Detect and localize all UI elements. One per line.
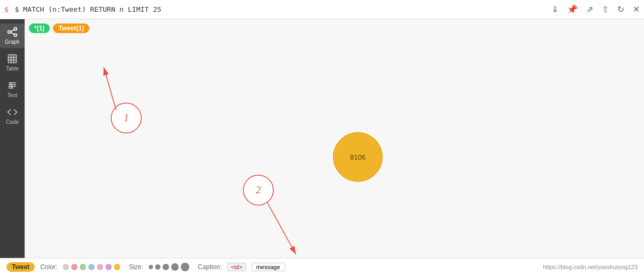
svg-line-3 (11, 30, 14, 32)
svg-line-4 (11, 33, 14, 34)
svg-point-1 (14, 28, 17, 30)
color-dot-3[interactable] (80, 264, 86, 270)
color-label: Color: (40, 263, 57, 271)
svg-line-17 (104, 67, 116, 110)
graph-icon (7, 27, 18, 37)
main-layout: Graph Table A Text Code (0, 19, 644, 258)
close-icon[interactable]: ✕ (633, 4, 640, 14)
graph-label: Graph (5, 39, 20, 45)
color-dot-1[interactable] (63, 264, 69, 270)
table-label: Table (6, 66, 19, 72)
download-icon[interactable]: ⇓ (551, 4, 558, 14)
size-dot-1[interactable] (149, 265, 153, 269)
svg-text:8106: 8106 (350, 153, 366, 161)
color-dot-2[interactable] (71, 264, 78, 270)
color-dot-4[interactable] (88, 264, 95, 270)
refresh-icon[interactable]: ↻ (617, 4, 624, 14)
sidebar-item-code[interactable]: Code (0, 104, 25, 128)
svg-rect-5 (9, 55, 17, 63)
svg-point-2 (14, 34, 17, 36)
pin-icon[interactable]: 📌 (567, 4, 578, 14)
sidebar-item-text[interactable]: A Text (0, 77, 25, 101)
size-label: Size: (129, 263, 143, 271)
size-dot-3[interactable] (163, 264, 169, 270)
graph-area[interactable]: *(1) Tweet(1) 1 2 8106 (25, 19, 644, 258)
caption-selected[interactable]: <id> (227, 263, 246, 271)
size-dot-4[interactable] (171, 263, 179, 271)
size-dots (149, 263, 189, 271)
size-dot-2[interactable] (155, 264, 160, 270)
url-text: https://blog.csdn.net/yueshutong123 (543, 264, 638, 270)
caption-label: Caption: (198, 263, 222, 271)
text-icon: A (7, 80, 18, 91)
graph-canvas: 1 2 8106 (25, 19, 644, 258)
color-dot-5[interactable] (97, 264, 103, 270)
sidebar-item-table[interactable]: Table (0, 50, 25, 75)
sidebar-item-graph[interactable]: Graph (0, 23, 25, 48)
query-body: $ MATCH (n:Tweet) RETURN n LIMIT 25 (15, 5, 162, 13)
svg-point-0 (8, 31, 11, 34)
caption-option[interactable]: message (251, 263, 285, 271)
table-icon (7, 53, 18, 64)
tweet-badge: Tweet (6, 262, 35, 272)
svg-text:2: 2 (256, 185, 261, 195)
svg-text:A: A (9, 82, 13, 89)
size-dot-5[interactable] (181, 263, 189, 271)
expand-icon[interactable]: ⇗ (586, 4, 593, 14)
up-arrow-icon[interactable]: ⇧ (602, 4, 609, 14)
code-label: Code (6, 119, 19, 125)
color-dot-6[interactable] (105, 264, 112, 270)
svg-text:1: 1 (124, 113, 129, 123)
svg-line-20 (267, 202, 296, 254)
color-dot-7[interactable] (114, 264, 120, 270)
code-icon (7, 107, 18, 117)
text-label: Text (7, 92, 17, 98)
dollar-sign: $ (4, 5, 9, 13)
color-dots (63, 264, 120, 270)
top-bar: $ $ MATCH (n:Tweet) RETURN n LIMIT 25 ⇓ … (0, 0, 644, 19)
bottom-bar: Tweet Color: Size: Caption: <id> message… (0, 258, 644, 275)
toolbar-icons: ⇓ 📌 ⇗ ⇧ ↻ ✕ (551, 4, 640, 14)
query-text: $ $ MATCH (n:Tweet) RETURN n LIMIT 25 (4, 5, 162, 13)
sidebar: Graph Table A Text Code (0, 19, 25, 258)
